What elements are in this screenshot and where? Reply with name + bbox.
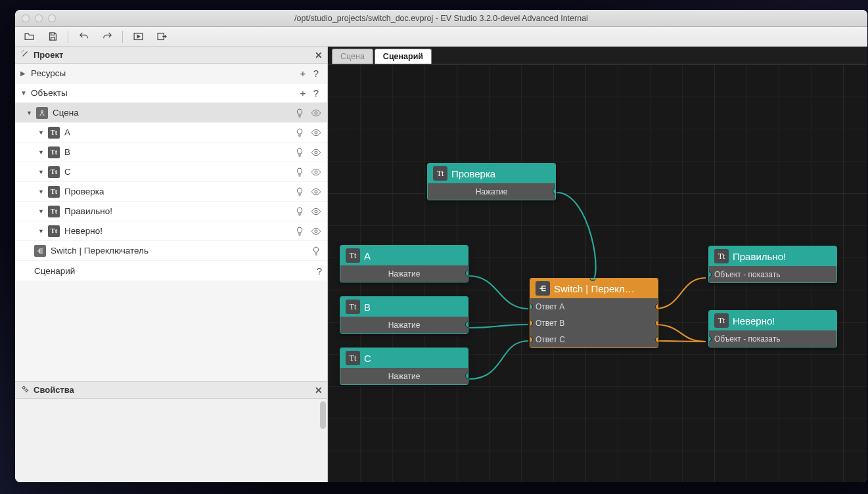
output-port[interactable] [655,320,658,326]
svg-point-5 [315,151,317,154]
expand-icon: ▶ [20,70,27,77]
svg-point-4 [315,131,317,134]
app-window: /opt/studio_projects/switch_doc.evproj -… [15,10,867,482]
node-correct[interactable]: TtПравильно! Объект - показать [708,246,837,283]
text-icon: Tt [714,249,729,263]
editor-tabs: Сцена Сценарий [328,47,867,64]
node-a[interactable]: TtA Нажатие [340,245,468,282]
tree-item-c[interactable]: ▼ Tt C [15,162,327,182]
eye-icon[interactable] [310,186,322,198]
output-port[interactable] [553,188,556,194]
node-c[interactable]: TtC Нажатие [340,348,468,385]
node-graph-canvas[interactable]: TtПроверка Нажатие TtA Нажатие TtB Нажат… [328,64,867,482]
sidebar: Проект ✕ ▶ Ресурсы + ? ▼ Объекты + ? [15,47,328,482]
gears-icon [20,384,30,395]
text-icon: Tt [48,225,60,237]
save-button[interactable] [44,30,61,44]
tree-item-scene[interactable]: ▼ Сцена [15,103,327,123]
help-icon[interactable]: ? [311,68,321,79]
input-port[interactable] [530,303,533,310]
lightbulb-icon[interactable] [294,206,306,217]
scrollbar[interactable] [320,401,326,429]
help-icon[interactable]: ? [311,87,321,99]
text-icon: Tt [48,206,60,217]
lightbulb-icon[interactable] [294,127,306,139]
objects-label: Объекты [31,88,68,98]
eye-icon[interactable] [310,127,322,139]
svg-point-6 [315,171,317,173]
scenario-row[interactable]: Сценарий ? [15,261,327,281]
eye-icon[interactable] [310,225,322,237]
text-icon: Tt [48,186,60,198]
node-wrong[interactable]: TtНеверно! Объект - показать [708,310,837,348]
tree-label: A [64,127,70,137]
tree-item-wrong[interactable]: ▼ Tt Неверно! [15,221,327,241]
input-port[interactable] [708,336,712,342]
add-object-button[interactable]: + [298,87,308,99]
scene-tree: ▼ Сцена ▼ Tt A ▼ Tt [15,103,327,281]
switch-icon [34,245,46,257]
eye-icon[interactable] [310,146,322,158]
tree-item-a[interactable]: ▼ Tt A [15,123,327,143]
main-toolbar [15,27,867,47]
text-icon: Tt [48,166,60,178]
project-panel-title: Проект [34,50,63,60]
lightbulb-icon[interactable] [294,146,306,158]
eye-icon[interactable] [310,107,322,119]
lightbulb-icon[interactable] [294,186,306,198]
tree-item-b[interactable]: ▼ Tt B [15,143,327,162]
export-button[interactable] [153,30,170,44]
tab-scene[interactable]: Сцена [332,49,373,64]
lightbulb-icon[interactable] [294,166,306,178]
node-b[interactable]: TtB Нажатие [340,296,468,334]
input-port[interactable] [530,336,533,343]
tree-item-switch[interactable]: Switch | Переключатель [15,241,327,261]
eye-icon[interactable] [310,206,322,217]
objects-section[interactable]: ▼ Объекты + ? [15,83,327,103]
input-port[interactable] [530,320,533,326]
project-panel-header: Проект ✕ [15,47,327,64]
eye-icon[interactable] [310,166,322,178]
tree-label: Проверка [64,187,104,196]
svg-point-2 [41,110,43,112]
undo-button[interactable] [75,30,92,44]
lightbulb-icon[interactable] [294,107,306,119]
close-panel-icon[interactable]: ✕ [314,51,323,60]
output-port[interactable] [655,303,658,310]
open-folder-button[interactable] [20,30,37,44]
lightbulb-icon[interactable] [294,225,306,237]
tree-item-check[interactable]: ▼ Tt Проверка [15,182,327,202]
lightbulb-icon[interactable] [310,245,322,257]
node-check[interactable]: TtПроверка Нажатие [427,163,556,200]
play-button[interactable] [129,30,147,44]
tab-scenario[interactable]: Сценарий [375,49,432,64]
input-port[interactable] [708,271,712,278]
add-resource-button[interactable]: + [298,68,308,79]
tree-label: B [64,147,70,157]
text-icon: Tt [346,248,360,263]
close-panel-icon[interactable]: ✕ [314,386,323,395]
redo-button[interactable] [99,30,116,44]
output-port[interactable] [655,336,658,343]
node-switch[interactable]: Switch | Перекл… Ответ A Ответ B Ответ C [530,278,658,348]
tree-label: Сцена [53,108,79,118]
resources-section[interactable]: ▶ Ресурсы + ? [15,64,327,83]
tree-item-correct[interactable]: ▼ Tt Правильно! [15,202,327,221]
close-icon[interactable] [22,14,30,22]
text-icon: Tt [433,166,447,181]
output-port[interactable] [465,321,468,328]
output-port[interactable] [465,372,468,379]
help-icon[interactable]: ? [317,265,322,277]
tree-label: Правильно! [64,206,112,216]
properties-panel: Свойства ✕ [15,381,327,482]
window-title: /opt/studio_projects/switch_doc.evproj -… [15,14,867,23]
collapse-icon: ▼ [20,89,27,97]
scenario-label: Сценарий [34,266,75,276]
minimize-icon[interactable] [35,14,43,22]
svg-point-8 [315,210,317,213]
properties-title: Свойства [34,385,74,395]
output-port[interactable] [465,270,468,277]
tree-label: Неверно! [64,226,103,236]
zoom-icon[interactable] [48,14,56,22]
switch-icon [536,281,550,296]
